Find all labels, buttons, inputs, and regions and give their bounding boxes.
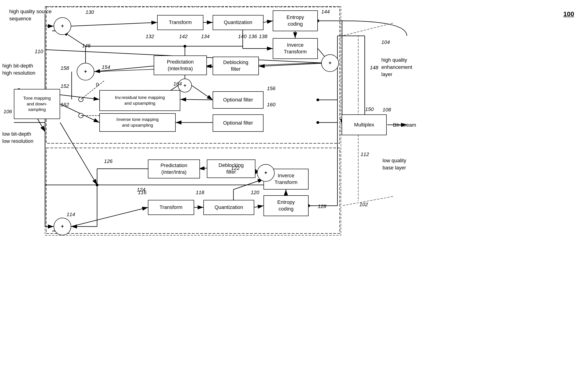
- ref-104: 104: [381, 39, 390, 45]
- svg-line-27: [180, 99, 213, 100]
- minus-bot: −: [52, 227, 56, 235]
- ref-146: 146: [82, 43, 91, 49]
- ref-138: 138: [259, 34, 267, 40]
- ref-100: 100: [563, 10, 574, 18]
- inv-residual-tone-box: Inv.residual tone mapping and upsampling: [99, 90, 180, 111]
- optional-filter-1-box: Optional filter: [213, 91, 264, 109]
- predictation-top-box: Predictation (Inter/Intra): [154, 55, 207, 75]
- ref-128: 128: [318, 203, 326, 209]
- svg-point-79: [316, 121, 319, 124]
- ref-122: 122: [231, 165, 240, 171]
- entropy-coding-bot-box: Entropy coding: [264, 195, 309, 216]
- adder-top-right: +: [321, 54, 339, 72]
- svg-line-39: [254, 206, 264, 207]
- entropy-coding-top-box: Entropy coding: [273, 10, 318, 31]
- svg-line-37: [71, 207, 148, 227]
- quantization-bot-box: Quantization: [203, 200, 254, 215]
- ref-114: 114: [66, 212, 75, 217]
- transform-bot-box: Transform: [148, 200, 194, 215]
- label-bit-stream: Bit-stream: [393, 122, 416, 128]
- svg-line-10: [264, 21, 273, 22]
- label-high-quality-layer: high qualityenhancementlayer: [381, 57, 412, 78]
- ref-136: 136: [249, 34, 257, 40]
- ref-164: 164: [173, 81, 182, 87]
- multiplex-box: Multiplex: [342, 114, 387, 135]
- ref-154: 154: [102, 64, 110, 70]
- adder-mid-left: +: [77, 63, 94, 80]
- ref-152: 152: [61, 83, 69, 89]
- ref-162: 162: [61, 102, 69, 108]
- ref-110: 110: [35, 48, 43, 55]
- ref-148: 148: [370, 65, 378, 71]
- svg-line-74: [37, 118, 45, 132]
- adder-top: +: [54, 17, 71, 35]
- svg-line-26: [192, 86, 213, 100]
- label-high-quality-source: high quality sourcesequence: [9, 8, 52, 22]
- ref-160: 160: [267, 102, 275, 108]
- inverse-tone-box: Inverse tone mapping and upsampling: [99, 113, 176, 132]
- ref-116: 116: [138, 190, 147, 195]
- ref-120: 120: [251, 190, 259, 195]
- diagram-container: Transform Quantization Entropy coding In…: [0, 0, 588, 386]
- ref-118: 118: [196, 190, 204, 195]
- ref-102: 102: [359, 202, 368, 208]
- svg-line-24: [94, 63, 330, 72]
- minus-top: −: [52, 27, 56, 34]
- ref-126: 126: [104, 158, 113, 164]
- ref-112: 112: [360, 151, 369, 157]
- tone-mapping-box: Tone mapping and down- sampling: [14, 89, 60, 119]
- ref-156: 156: [267, 86, 275, 91]
- ref-132: 132: [146, 34, 154, 40]
- quantization-top-box: Quantization: [213, 15, 264, 30]
- ref-130: 130: [85, 9, 94, 15]
- label-low-bit: low bit-depthlow resolution: [2, 130, 34, 145]
- adder-bot-left: +: [54, 218, 71, 235]
- adder-bot-right: +: [257, 164, 274, 182]
- optional-filter-2-box: Optional filter: [213, 114, 264, 132]
- transform-top-box: Transform: [157, 15, 203, 30]
- svg-line-44: [233, 179, 264, 190]
- label-low-quality-layer: low qualitybase layer: [382, 157, 406, 172]
- label-high-bit: high bit-depthhigh resolution: [2, 63, 35, 77]
- inverse-transform-top-box: Inverce Transform: [273, 38, 318, 59]
- ref-150: 150: [365, 106, 374, 112]
- label-zero: 0: [96, 82, 99, 87]
- deblocking-top-box: Deblocking filter: [213, 57, 259, 75]
- ref-106: 106: [3, 109, 12, 115]
- ref-144: 144: [321, 9, 330, 15]
- ref-158: 158: [61, 65, 69, 71]
- ref-142: 142: [179, 34, 188, 40]
- ref-134: 134: [201, 34, 210, 40]
- svg-line-48: [199, 168, 208, 169]
- svg-line-8: [71, 22, 157, 26]
- ref-140: 140: [238, 34, 247, 40]
- ref-108: 108: [382, 107, 391, 113]
- predictation-bot-box: Predictation (Inter/Intra): [148, 159, 200, 178]
- svg-point-78: [316, 98, 319, 101]
- svg-line-75: [60, 123, 97, 185]
- svg-line-68: [342, 23, 393, 36]
